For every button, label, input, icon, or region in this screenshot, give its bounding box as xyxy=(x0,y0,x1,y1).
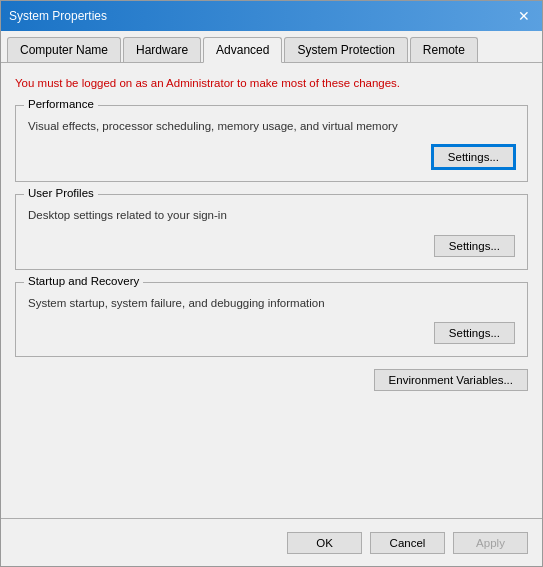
window-title: System Properties xyxy=(9,9,107,23)
performance-description: Visual effects, processor scheduling, me… xyxy=(28,118,515,135)
admin-notice: You must be logged on as an Administrato… xyxy=(15,75,528,91)
performance-group: Performance Visual effects, processor sc… xyxy=(15,105,528,182)
startup-recovery-content: System startup, system failure, and debu… xyxy=(28,291,515,344)
cancel-button[interactable]: Cancel xyxy=(370,532,445,554)
apply-button[interactable]: Apply xyxy=(453,532,528,554)
startup-recovery-settings-button[interactable]: Settings... xyxy=(434,322,515,344)
user-profiles-legend: User Profiles xyxy=(24,187,98,199)
performance-settings-row: Settings... xyxy=(28,145,515,169)
environment-variables-button[interactable]: Environment Variables... xyxy=(374,369,528,391)
user-profiles-description: Desktop settings related to your sign-in xyxy=(28,207,515,224)
user-profiles-content: Desktop settings related to your sign-in… xyxy=(28,203,515,256)
user-profiles-settings-row: Settings... xyxy=(28,235,515,257)
tabs-container: Computer Name Hardware Advanced System P… xyxy=(1,31,542,63)
tab-hardware[interactable]: Hardware xyxy=(123,37,201,62)
startup-recovery-legend: Startup and Recovery xyxy=(24,275,143,287)
bottom-bar: OK Cancel Apply xyxy=(1,518,542,566)
startup-recovery-description: System startup, system failure, and debu… xyxy=(28,295,515,312)
tab-advanced[interactable]: Advanced xyxy=(203,37,282,63)
ok-button[interactable]: OK xyxy=(287,532,362,554)
close-button[interactable]: ✕ xyxy=(514,6,534,26)
env-vars-row: Environment Variables... xyxy=(15,369,528,391)
title-bar: System Properties ✕ xyxy=(1,1,542,31)
tab-system-protection[interactable]: System Protection xyxy=(284,37,407,62)
content-area: You must be logged on as an Administrato… xyxy=(1,63,542,518)
startup-recovery-settings-row: Settings... xyxy=(28,322,515,344)
tab-remote[interactable]: Remote xyxy=(410,37,478,62)
performance-content: Visual effects, processor scheduling, me… xyxy=(28,114,515,169)
user-profiles-group: User Profiles Desktop settings related t… xyxy=(15,194,528,269)
startup-recovery-group: Startup and Recovery System startup, sys… xyxy=(15,282,528,357)
system-properties-window: System Properties ✕ Computer Name Hardwa… xyxy=(0,0,543,567)
user-profiles-settings-button[interactable]: Settings... xyxy=(434,235,515,257)
performance-settings-button[interactable]: Settings... xyxy=(432,145,515,169)
tab-computer-name[interactable]: Computer Name xyxy=(7,37,121,62)
performance-legend: Performance xyxy=(24,98,98,110)
